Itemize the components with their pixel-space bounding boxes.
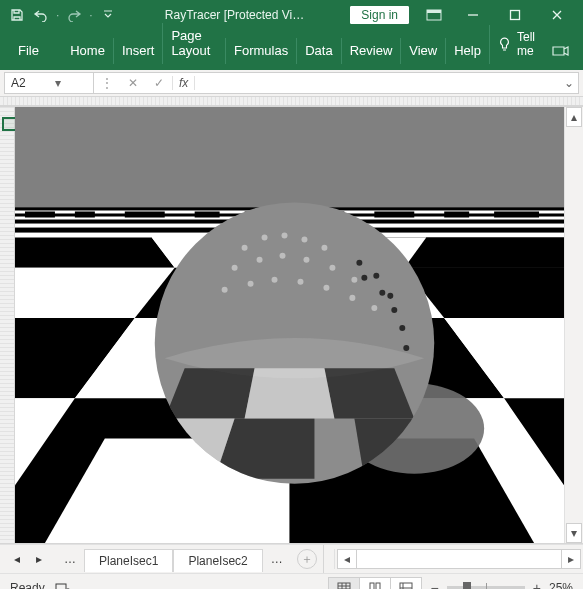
macro-record-icon[interactable] [55,581,81,590]
sheet-tab-planeisec2[interactable]: PlaneIsec2 [173,549,262,572]
svg-rect-74 [56,584,66,590]
ribbon-tabs: File Home Insert Page Layout Formulas Da… [0,30,583,70]
share-icon[interactable] [543,39,577,64]
svg-point-65 [371,305,377,311]
formula-controls: ⋮ ✕ ✓ [94,76,173,90]
vertical-scroll-track[interactable] [565,127,583,523]
expand-formula-icon[interactable]: ⌄ [560,76,578,90]
separator: · [54,8,61,22]
view-page-break-icon[interactable] [390,577,422,590]
zoom-slider[interactable] [447,586,525,590]
undo-icon[interactable] [30,4,52,26]
svg-rect-31 [75,211,95,217]
dropdown-icon[interactable]: ⋮ [94,76,120,90]
svg-rect-38 [494,211,539,217]
svg-rect-30 [25,211,55,217]
sheet-ellipsis-right[interactable]: … [263,552,291,566]
svg-rect-1 [427,10,441,13]
sheet-nav: ◂ ▸ [0,548,56,570]
svg-rect-37 [444,211,469,217]
scroll-left-button[interactable]: ◂ [337,549,357,569]
file-tab[interactable]: File [6,38,51,64]
svg-rect-2 [511,11,520,20]
tell-me-label: Tell me [517,30,535,58]
svg-marker-46 [245,368,335,418]
formula-input-wrap: ⋮ ✕ ✓ fx ⌄ [94,72,579,94]
name-box[interactable]: A2 ▾ [4,72,94,94]
scroll-right-button[interactable]: ▸ [561,549,581,569]
zoom-controls: − + 25% [421,580,583,590]
horizontal-scroll-track[interactable] [357,549,561,569]
enter-icon[interactable]: ✓ [146,76,172,90]
sheet-tab-strip: ◂ ▸ … PlaneIsec1 PlaneIsec2 … ＋ ◂ ▸ [0,544,583,573]
scroll-up-button[interactable]: ▴ [566,107,582,127]
minimize-button[interactable] [453,0,493,30]
svg-rect-3 [15,107,564,207]
tab-view[interactable]: View [400,38,445,64]
svg-point-48 [242,245,248,251]
view-page-layout-icon[interactable] [359,577,391,590]
svg-point-69 [399,325,405,331]
sheet-nav-next-icon[interactable]: ▸ [28,548,50,570]
svg-point-49 [262,235,268,241]
sheet-ellipsis-left[interactable]: … [56,552,84,566]
zoom-out-button[interactable]: − [431,580,439,590]
svg-rect-36 [374,211,414,217]
tab-help[interactable]: Help [445,38,489,64]
svg-point-73 [387,293,393,299]
svg-point-67 [379,290,385,296]
svg-marker-11 [15,238,175,268]
chevron-down-icon[interactable]: ▾ [49,76,93,90]
zoom-level-label[interactable]: 25% [549,581,573,590]
svg-point-63 [323,285,329,291]
lightbulb-icon [498,37,511,52]
row-headers[interactable] [0,107,15,543]
svg-point-71 [356,260,362,266]
svg-point-68 [391,307,397,313]
svg-point-72 [373,273,379,279]
sign-in-button[interactable]: Sign in [350,6,409,24]
fx-label[interactable]: fx [173,76,195,90]
svg-point-53 [232,265,238,271]
formula-bar: A2 ▾ ⋮ ✕ ✓ fx ⌄ [0,70,583,97]
svg-point-58 [351,277,357,283]
separator: · [87,8,94,22]
tab-home[interactable]: Home [62,38,113,64]
quick-access-toolbar: · · [6,4,119,26]
close-button[interactable] [537,0,577,30]
redo-icon[interactable] [63,4,85,26]
cell-grid[interactable] [15,107,564,543]
tab-insert[interactable]: Insert [113,38,163,64]
name-box-value: A2 [5,76,49,90]
sheet-tab-planeisec1[interactable]: PlaneIsec1 [84,549,173,572]
tab-review[interactable]: Review [341,38,401,64]
cancel-icon[interactable]: ✕ [120,76,146,90]
tell-me[interactable]: Tell me [489,25,543,64]
tab-data[interactable]: Data [296,38,340,64]
zoom-in-button[interactable]: + [533,580,541,590]
svg-point-61 [272,277,278,283]
svg-point-51 [301,237,307,243]
worksheet-area: ▴ ▾ [0,106,583,544]
svg-rect-79 [400,583,412,590]
qat-customize-icon[interactable] [97,4,119,26]
zoom-slider-thumb[interactable] [463,582,471,590]
tab-page-layout[interactable]: Page Layout [162,23,225,64]
ribbon-display-icon[interactable] [417,4,451,26]
vertical-scrollbar[interactable]: ▴ ▾ [564,107,583,543]
column-headers[interactable] [0,97,583,106]
svg-point-60 [248,281,254,287]
svg-rect-78 [376,583,380,590]
svg-point-59 [222,287,228,293]
svg-rect-32 [125,211,165,217]
svg-rect-33 [195,211,220,217]
svg-point-66 [361,275,367,281]
scroll-down-button[interactable]: ▾ [566,523,582,543]
horizontal-scrollbar[interactable]: ◂ ▸ [334,549,583,569]
tab-formulas[interactable]: Formulas [225,38,296,64]
new-sheet-button[interactable]: ＋ [297,549,317,569]
zoom-center-tick [486,583,487,590]
save-icon[interactable] [6,4,28,26]
sheet-nav-prev-icon[interactable]: ◂ [6,548,28,570]
view-normal-icon[interactable] [328,577,360,590]
